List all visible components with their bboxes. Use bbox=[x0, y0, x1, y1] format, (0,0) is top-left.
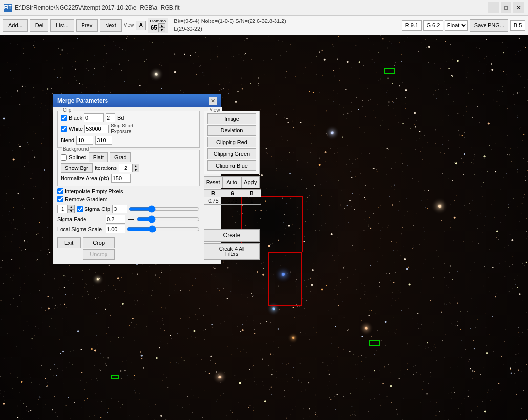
rgb-r-input[interactable] bbox=[206, 198, 221, 204]
grad-button[interactable]: Grad bbox=[110, 152, 130, 162]
sigma-clip-checkbox[interactable] bbox=[77, 206, 83, 212]
black-label: Black bbox=[69, 115, 82, 121]
sigma-num-input[interactable] bbox=[57, 205, 68, 213]
background-label: Background bbox=[62, 147, 90, 152]
gamma-spinners: ▲ ▼ bbox=[158, 23, 165, 32]
skip-short-label: Skip Short Exposure bbox=[111, 123, 138, 135]
gamma-label: Gamma bbox=[150, 19, 166, 23]
iterations-up-button[interactable]: ▲ bbox=[132, 164, 139, 168]
flat-button[interactable]: Flatt bbox=[89, 152, 108, 162]
sigma-num-down-button[interactable]: ▼ bbox=[68, 209, 75, 213]
close-button[interactable]: ✕ bbox=[513, 2, 524, 13]
white-row: White Skip Short Exposure bbox=[61, 123, 196, 135]
clipping-blue-button[interactable]: Clipping Blue bbox=[207, 160, 256, 171]
rgb-b-input[interactable] bbox=[244, 198, 259, 204]
maximize-button[interactable]: □ bbox=[501, 2, 511, 13]
b-input[interactable] bbox=[510, 20, 525, 31]
dialog-body: Clip Black Bd White bbox=[53, 107, 221, 264]
apply-button[interactable]: Apply bbox=[241, 176, 260, 188]
auto-button[interactable]: Auto bbox=[222, 176, 241, 188]
gamma-up-button[interactable]: ▲ bbox=[158, 23, 165, 28]
dialog-title-text: Merge Parameters bbox=[57, 97, 108, 104]
title-bar-controls: — □ ✕ bbox=[488, 2, 524, 13]
white-value-input[interactable] bbox=[84, 125, 109, 133]
remove-gradient-checkbox[interactable] bbox=[57, 196, 63, 202]
clipping-green-button[interactable]: Clipping Green bbox=[207, 148, 256, 159]
white-checkbox[interactable] bbox=[61, 126, 67, 132]
clipping-red-button[interactable]: Clipping Red bbox=[207, 137, 256, 147]
local-sigma-row: Local Sigma Scale bbox=[57, 225, 200, 233]
splined-checkbox[interactable] bbox=[61, 154, 67, 161]
sigma-fade-row: Sigma Fade — bbox=[57, 215, 200, 224]
info-line2: L(29-30-22) bbox=[174, 25, 396, 33]
sigma-fade-label: Sigma Fade bbox=[57, 216, 104, 222]
prev-button[interactable]: Prev bbox=[76, 19, 98, 32]
normalize-row: Normalize Area (pix) bbox=[61, 174, 196, 183]
green-rectangle-3 bbox=[111, 375, 119, 379]
bottom-buttons-row: Exit Crop Uncrop bbox=[57, 237, 200, 260]
green-rectangle-1 bbox=[384, 68, 395, 74]
normalize-input[interactable] bbox=[111, 174, 131, 183]
sigma-num-up-button[interactable]: ▲ bbox=[68, 205, 75, 209]
iterations-spin-buttons: ▲ ▼ bbox=[132, 164, 139, 172]
black-value-input[interactable] bbox=[84, 113, 104, 122]
crop-buttons: Crop Uncrop bbox=[83, 237, 114, 260]
black-checkbox[interactable] bbox=[61, 115, 67, 121]
float-select[interactable]: Float bbox=[445, 20, 468, 31]
iterations-input[interactable] bbox=[119, 164, 132, 172]
interpolate-label: Interpolate Empty Pixels bbox=[57, 188, 200, 194]
sigma-clip-value-input[interactable] bbox=[112, 205, 127, 213]
view-group: View A bbox=[124, 21, 146, 30]
r-input[interactable] bbox=[402, 20, 422, 31]
sigma-clip-label: Sigma Clip bbox=[77, 206, 110, 212]
sigma-clip-row: ▲ ▼ Sigma Clip bbox=[57, 205, 200, 213]
splined-row: Splined Flatt Grad bbox=[61, 152, 196, 162]
exit-button[interactable]: Exit bbox=[57, 237, 81, 248]
rgb-g-input[interactable] bbox=[225, 198, 240, 204]
dialog-close-button[interactable]: ✕ bbox=[209, 97, 217, 105]
show-bgr-button[interactable]: Show Bgr bbox=[61, 163, 93, 173]
local-sigma-input[interactable] bbox=[106, 225, 125, 233]
rgb-g-header: G bbox=[223, 190, 242, 197]
green-rectangle-2 bbox=[369, 340, 380, 346]
sigma-fade-slider[interactable] bbox=[137, 216, 200, 223]
reset-button[interactable]: Reset bbox=[204, 176, 222, 188]
del-button[interactable]: Del bbox=[30, 19, 49, 32]
sigma-fade-input[interactable] bbox=[106, 215, 125, 224]
deviation-button[interactable]: Deviation bbox=[207, 125, 256, 136]
uncrop-button[interactable]: Uncrop bbox=[83, 249, 114, 260]
sigma-fade-minus: — bbox=[128, 216, 134, 223]
iterations-down-button[interactable]: ▼ bbox=[132, 168, 139, 172]
view-a-button[interactable]: A bbox=[136, 21, 146, 30]
create-button[interactable]: Create bbox=[204, 229, 260, 242]
save-png-button[interactable]: Save PNG... bbox=[470, 19, 508, 32]
sigma-clip-slider[interactable] bbox=[129, 206, 200, 212]
g-input[interactable] bbox=[423, 20, 443, 31]
gamma-down-button[interactable]: ▼ bbox=[158, 28, 165, 32]
black-bd-input[interactable] bbox=[106, 113, 115, 122]
app-icon: FIT bbox=[4, 4, 12, 12]
action-buttons-row: Reset Auto Apply bbox=[204, 176, 260, 188]
minimize-button[interactable]: — bbox=[488, 2, 499, 13]
crop-button[interactable]: Crop bbox=[83, 237, 114, 248]
create4-button[interactable]: Create 4 All Filters bbox=[204, 243, 260, 260]
toolbar-right: Float Save PNG... bbox=[402, 19, 525, 32]
interpolate-checkbox[interactable] bbox=[57, 188, 63, 194]
title-bar: FIT E:\DSlrRemote\NGC225\Attempt 2017-10… bbox=[0, 0, 528, 16]
rgb-b-header: B bbox=[242, 190, 261, 197]
blend-value-input[interactable] bbox=[76, 136, 93, 145]
local-sigma-slider[interactable] bbox=[127, 226, 200, 232]
dialog-columns: Clip Black Bd White bbox=[57, 111, 217, 260]
add-button[interactable]: Add... bbox=[3, 19, 28, 32]
image-button[interactable]: Image bbox=[207, 113, 256, 124]
clip-label: Clip bbox=[62, 107, 73, 113]
blend-right-input[interactable] bbox=[95, 136, 112, 145]
dialog-left-col: Clip Black Bd White bbox=[57, 111, 200, 260]
dialog-title-bar: Merge Parameters ✕ bbox=[53, 94, 221, 107]
iterations-spinner: ▲ ▼ bbox=[119, 164, 139, 172]
next-button[interactable]: Next bbox=[100, 19, 122, 32]
remove-gradient-row: Remove Gradient bbox=[57, 196, 200, 202]
gamma-value: 65 bbox=[151, 24, 157, 31]
blend-label: Blend bbox=[61, 137, 74, 143]
list-button[interactable]: List... bbox=[50, 19, 74, 32]
